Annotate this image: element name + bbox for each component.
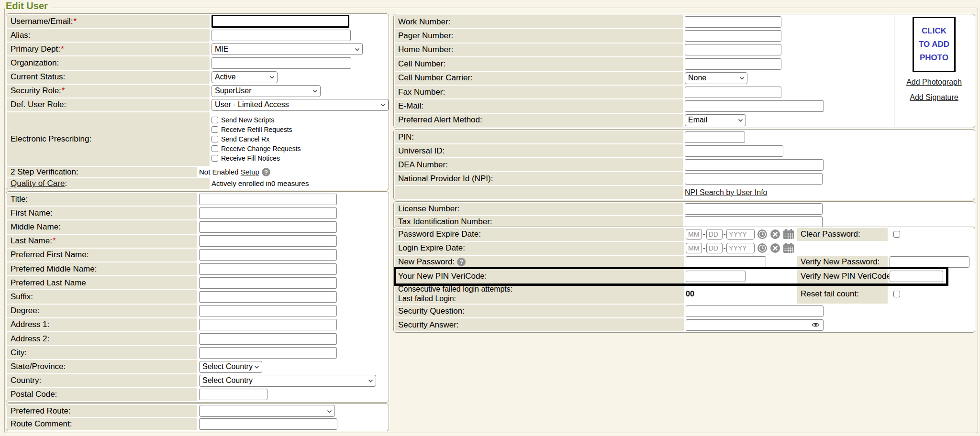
help-icon[interactable]: ? bbox=[262, 168, 270, 176]
setup-link[interactable]: Setup bbox=[241, 168, 259, 176]
current-status-label: Current Status: bbox=[7, 71, 210, 84]
clear-password-checkbox[interactable] bbox=[893, 231, 900, 238]
form-row: Login Expire Date:MM-DD-YYYY bbox=[395, 242, 974, 255]
state-province-select[interactable]: Select Country bbox=[199, 361, 262, 373]
login-expire-date-mm-input[interactable]: MM bbox=[686, 243, 702, 253]
current-status-select[interactable]: Active bbox=[212, 71, 278, 83]
npi-search-by-user-info-link[interactable]: NPI Search by User Info bbox=[685, 188, 768, 197]
license-number-input[interactable] bbox=[685, 203, 823, 215]
add-photograph-link[interactable]: Add Photograph bbox=[906, 78, 962, 87]
receive-change-requests-checkbox[interactable] bbox=[212, 145, 218, 152]
primary-dept-select[interactable]: MIE bbox=[212, 43, 363, 55]
receive-fill-notices-checkbox[interactable] bbox=[212, 155, 218, 162]
work-number-input[interactable] bbox=[685, 16, 781, 28]
password-expire-date-mm-input[interactable]: MM bbox=[686, 229, 702, 240]
preferred-middle-name-label: Preferred Middle Name: bbox=[7, 262, 197, 275]
send-cancel-rx-checkbox[interactable] bbox=[212, 136, 218, 142]
password-expire-date-calendar-icon[interactable] bbox=[783, 229, 794, 240]
login-expire-date-calendar-icon[interactable] bbox=[783, 243, 794, 253]
degree-input[interactable] bbox=[199, 305, 337, 316]
form-row: DEA Number: bbox=[395, 158, 974, 171]
cell-number-input[interactable] bbox=[685, 58, 781, 70]
receive-change-requests-label: Receive Change Requests bbox=[221, 145, 301, 153]
fax-number-input[interactable] bbox=[685, 87, 781, 98]
eye-icon[interactable] bbox=[812, 322, 820, 327]
country-select[interactable]: Select Country bbox=[199, 375, 376, 387]
tax-identification-number-input[interactable] bbox=[685, 216, 823, 228]
degree-field-cell bbox=[198, 305, 388, 317]
login-expire-date-yyyy-input[interactable]: YYYY bbox=[726, 243, 755, 253]
route-comment-input[interactable] bbox=[199, 418, 337, 430]
password-expire-date-dd-input[interactable]: DD bbox=[706, 229, 723, 240]
label-suffix: : bbox=[65, 179, 67, 188]
required-marker: * bbox=[53, 236, 56, 246]
cell-number-carrier-select[interactable]: None bbox=[685, 72, 747, 84]
login-expire-date-clear-date-icon[interactable] bbox=[770, 243, 780, 253]
2-step-verification-label: 2 Step Verification: bbox=[7, 167, 197, 177]
receive-refill-requests-checkbox[interactable] bbox=[212, 126, 218, 133]
login-expire-date-dd-input[interactable]: DD bbox=[706, 243, 723, 253]
dea-number-input[interactable] bbox=[685, 159, 824, 171]
username-email-input[interactable] bbox=[212, 15, 349, 28]
alias-input[interactable] bbox=[212, 30, 351, 41]
add-photo-box[interactable]: CLICKTO ADDPHOTO bbox=[913, 17, 956, 72]
security-role-label: Security Role:* bbox=[7, 85, 210, 98]
chevron-down-icon bbox=[739, 76, 745, 80]
pin-field-cell bbox=[684, 131, 974, 143]
pager-number-input[interactable] bbox=[685, 30, 781, 42]
add-signature-link[interactable]: Add Signature bbox=[910, 93, 958, 102]
form-row: Security Question: bbox=[395, 305, 974, 317]
national-provider-id-npi-input[interactable] bbox=[685, 173, 823, 185]
form-row: NPI Search by User Info bbox=[395, 186, 974, 199]
national-provider-id-npi-label: National Provider Id (NPI): bbox=[395, 172, 683, 185]
quality-of-care-link[interactable]: Quality of Care bbox=[11, 179, 65, 188]
verify-new-pin-vericode-input[interactable] bbox=[890, 271, 943, 282]
universal-id-label: Universal ID: bbox=[395, 144, 683, 157]
home-number-input[interactable] bbox=[685, 44, 781, 55]
form-row: Preferred First Name: bbox=[7, 249, 388, 262]
title-input[interactable] bbox=[199, 194, 337, 205]
login-expire-date-clock-icon[interactable] bbox=[757, 243, 768, 253]
middle-name-input[interactable] bbox=[199, 221, 337, 233]
form-row: Last Name:* bbox=[7, 235, 388, 248]
last-name-input[interactable] bbox=[199, 235, 337, 247]
e-mail-input[interactable] bbox=[685, 100, 824, 112]
pin-input[interactable] bbox=[685, 131, 745, 143]
2-step-verification-value: Not Enabled Setup? bbox=[199, 168, 270, 177]
password-expire-date-yyyy-input[interactable]: YYYY bbox=[726, 229, 755, 240]
password-expire-date-clock-icon[interactable] bbox=[757, 229, 768, 240]
security-answer-input[interactable] bbox=[686, 319, 824, 331]
organization-input[interactable] bbox=[212, 57, 351, 69]
verify-new-password-input[interactable] bbox=[890, 256, 969, 268]
suffix-input[interactable] bbox=[199, 291, 337, 303]
your-new-pin-vericode-field-cell bbox=[685, 269, 796, 283]
help-icon[interactable]: ? bbox=[457, 258, 466, 266]
first-name-input[interactable] bbox=[199, 207, 337, 219]
postal-code-input[interactable] bbox=[199, 389, 267, 400]
degree-label: Degree: bbox=[7, 305, 197, 317]
clear-password-label: Clear Password: bbox=[797, 228, 888, 241]
preferred-middle-name-field-cell bbox=[198, 262, 388, 275]
send-new-scripts-checkbox[interactable] bbox=[212, 117, 218, 123]
new-password-input[interactable] bbox=[686, 256, 766, 268]
city-input[interactable] bbox=[199, 347, 337, 359]
cell-number-field-cell bbox=[684, 57, 893, 70]
preferred-alert-method-select[interactable]: Email bbox=[685, 114, 746, 126]
security-role-select[interactable]: SuperUser bbox=[212, 85, 321, 97]
preferred-middle-name-input[interactable] bbox=[199, 263, 337, 275]
reset-fail-count-checkbox[interactable] bbox=[893, 291, 900, 297]
security-question-input[interactable] bbox=[686, 305, 824, 317]
consecutive-failed-login-attempts-value: 00 bbox=[686, 290, 694, 298]
fax-number-field-cell bbox=[684, 86, 893, 98]
your-new-pin-vericode-input[interactable] bbox=[686, 271, 746, 282]
address-2-input[interactable] bbox=[199, 333, 337, 345]
password-expire-date-clear-date-icon[interactable] bbox=[770, 229, 780, 240]
address-1-input[interactable] bbox=[199, 319, 337, 330]
preferred-route-select[interactable] bbox=[199, 405, 335, 417]
def-user-role-select[interactable]: User - Limited Access bbox=[212, 99, 389, 111]
preferred-first-name-input[interactable] bbox=[199, 249, 337, 261]
universal-id-input[interactable] bbox=[685, 145, 783, 157]
form-row: City: bbox=[7, 346, 388, 359]
preferred-last-name-input[interactable] bbox=[199, 277, 337, 289]
form-row: Degree: bbox=[7, 305, 388, 317]
